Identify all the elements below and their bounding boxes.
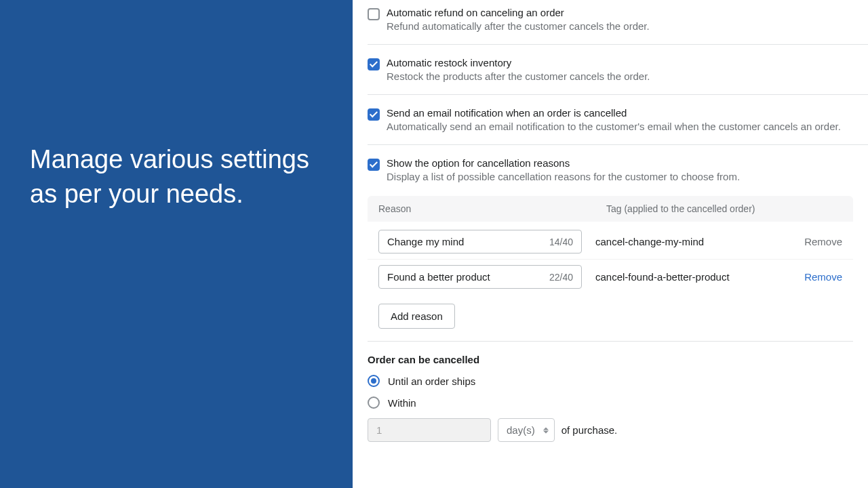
reason-row: Change my mind 14/40 cancel-change-my-mi… [368,222,853,259]
setting-desc: Automatically send an email notification… [387,121,841,132]
reason-remove-link[interactable]: Remove [804,271,842,283]
radio-row-until-ships: Until an order ships [368,375,853,387]
reason-input[interactable]: Change my mind 14/40 [378,230,582,253]
reason-text: Found a better product [387,271,490,283]
setting-title: Show the option for cancellation reasons [387,157,740,169]
within-suffix: of purchase. [561,424,618,436]
setting-desc: Display a list of possible cancellation … [387,171,740,182]
setting-title: Send an email notification when an order… [387,107,841,119]
reasons-header-reason: Reason [378,203,606,214]
reasons-header: Reason Tag (applied to the cancelled ord… [368,196,853,222]
setting-title: Automatic refund on canceling an order [387,7,650,18]
reason-counter: 14/40 [549,237,573,247]
unit-label: day(s) [507,424,535,436]
setting-title: Automatic restock inventory [387,57,650,68]
radio-row-within: Within [368,396,853,409]
reasons-block: Reason Tag (applied to the cancelled ord… [368,196,853,342]
within-inputs-row: 1 day(s) of purchase. [368,418,853,442]
reason-counter: 22/40 [549,272,573,283]
radio-until-ships[interactable] [368,375,380,387]
add-reason-button[interactable]: Add reason [378,304,455,329]
checkbox-auto-refund[interactable] [368,8,380,20]
checkbox-cancellation-reasons[interactable] [368,159,380,171]
left-headline: Manage various settings as per your need… [30,142,323,212]
stepper-icon [543,427,549,433]
setting-auto-restock: Automatic restock inventory Restock the … [368,57,868,95]
order-cancel-title: Order can be cancelled [368,354,853,365]
setting-cancellation-reasons: Show the option for cancellation reasons… [368,157,868,190]
radio-label: Within [388,397,416,409]
setting-auto-refund: Automatic refund on canceling an order R… [368,7,868,45]
within-unit-select[interactable]: day(s) [498,418,555,442]
checkbox-auto-restock[interactable] [368,58,380,70]
within-number-input[interactable]: 1 [368,418,491,442]
reason-tag: cancel-change-my-mind [582,236,804,247]
reason-input[interactable]: Found a better product 22/40 [378,265,582,289]
setting-desc: Refund automatically after the customer … [387,20,650,32]
right-panel: Automatic refund on canceling an order R… [353,0,868,488]
setting-desc: Restock the products after the customer … [387,70,650,82]
radio-label: Until an order ships [388,375,475,387]
setting-email-notification: Send an email notification when an order… [368,107,868,145]
reason-text: Change my mind [387,236,464,247]
radio-within[interactable] [368,396,380,409]
reason-tag: cancel-found-a-better-product [582,271,804,283]
reason-row: Found a better product 22/40 cancel-foun… [368,259,853,294]
reason-remove-link[interactable]: Remove [804,236,842,247]
left-panel: Manage various settings as per your need… [0,0,353,488]
checkbox-email-notification[interactable] [368,108,380,121]
order-cancel-section: Order can be cancelled Until an order sh… [368,354,853,442]
reasons-header-tag: Tag (applied to the cancelled order) [606,203,842,214]
